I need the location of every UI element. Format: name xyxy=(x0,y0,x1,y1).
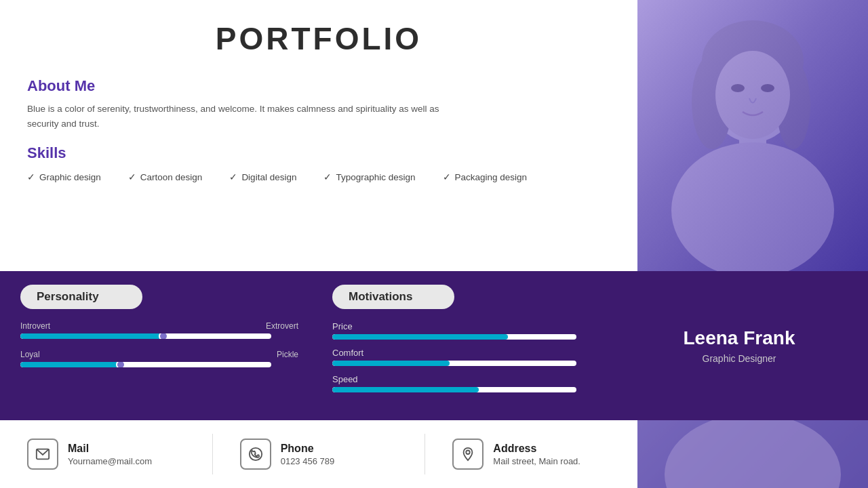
skills-heading: Skills xyxy=(27,144,610,162)
location-icon xyxy=(452,439,484,470)
check-icon: ✓ xyxy=(27,171,35,182)
motivations-header: Motivations xyxy=(332,285,454,309)
slider-left-label: Loyal xyxy=(20,350,40,359)
speed-motivation: Speed xyxy=(332,374,597,392)
motivation-fill xyxy=(332,387,479,392)
bottom-photo-strip xyxy=(637,420,868,488)
comfort-motivation: Comfort xyxy=(332,348,597,366)
slider-thumb xyxy=(116,362,125,367)
phone-title: Phone xyxy=(281,443,335,455)
address-value: Mail street, Main road. xyxy=(493,456,580,466)
skill-item: ✓ Typographic design xyxy=(323,171,415,182)
skill-label: Typographic design xyxy=(336,172,415,182)
motivation-track xyxy=(332,387,576,392)
loyal-pickle-slider[interactable]: Loyal Pickle xyxy=(20,350,298,367)
phone-contact: Phone 0123 456 789 xyxy=(213,439,425,470)
skill-item: ✓ Cartoon design xyxy=(128,171,203,182)
motivation-label: Comfort xyxy=(332,348,597,358)
profile-role: Graphic Designer xyxy=(703,353,776,364)
address-title: Address xyxy=(493,443,580,455)
personality-header: Personality xyxy=(20,285,142,309)
address-contact: Address Mail street, Main road. xyxy=(425,439,637,470)
motivation-label: Price xyxy=(332,321,597,331)
profile-name: Leena Frank xyxy=(684,327,795,349)
slider-right-label: Pickle xyxy=(277,350,298,359)
check-icon: ✓ xyxy=(443,171,451,182)
motivation-fill xyxy=(332,361,450,366)
mail-title: Mail xyxy=(68,443,152,455)
slider-fill xyxy=(20,333,163,339)
motivation-label: Speed xyxy=(332,374,597,384)
personality-panel: Personality Introvert Extrovert Loyal Pi… xyxy=(0,271,319,420)
skill-item: ✓ Packaging design xyxy=(443,171,528,182)
check-icon: ✓ xyxy=(229,171,237,182)
motivation-fill xyxy=(332,334,508,340)
introvert-extrovert-slider[interactable]: Introvert Extrovert xyxy=(20,321,298,339)
page-title: PORTFOLIO xyxy=(27,20,610,57)
skill-label: Packaging design xyxy=(455,172,528,182)
profile-photo xyxy=(637,0,868,271)
skill-item: ✓ Digital design xyxy=(229,171,296,182)
profile-panel: Leena Frank Graphic Designer xyxy=(610,271,868,420)
phone-icon xyxy=(240,439,271,470)
motivations-panel: Motivations Price Comfort Speed xyxy=(319,271,610,420)
skill-label: Digital design xyxy=(241,172,296,182)
skill-label: Graphic design xyxy=(39,172,101,182)
about-me-text: Blue is a color of serenity, trustworthi… xyxy=(27,102,461,131)
price-motivation: Price xyxy=(332,321,597,340)
slider-thumb xyxy=(159,333,168,339)
check-icon: ✓ xyxy=(323,171,332,182)
svg-rect-15 xyxy=(637,420,868,488)
skill-item: ✓ Graphic design xyxy=(27,171,101,182)
mail-value: Yourname@mail.com xyxy=(68,456,152,466)
slider-fill xyxy=(20,362,121,367)
phone-value: 0123 456 789 xyxy=(281,456,335,466)
skill-label: Cartoon design xyxy=(140,172,203,182)
svg-rect-9 xyxy=(637,0,868,271)
slider-track xyxy=(20,362,271,367)
svg-point-12 xyxy=(467,451,471,455)
skills-list: ✓ Graphic design ✓ Cartoon design ✓ Digi… xyxy=(27,171,610,182)
slider-right-label: Extrovert xyxy=(266,321,298,331)
mail-icon xyxy=(27,439,58,470)
motivation-track xyxy=(332,334,576,340)
mail-contact: Mail Yourname@mail.com xyxy=(0,439,212,470)
slider-track xyxy=(20,333,271,339)
motivation-track xyxy=(332,361,576,366)
about-me-heading: About Me xyxy=(27,77,610,95)
slider-left-label: Introvert xyxy=(20,321,50,331)
check-icon: ✓ xyxy=(128,171,136,182)
